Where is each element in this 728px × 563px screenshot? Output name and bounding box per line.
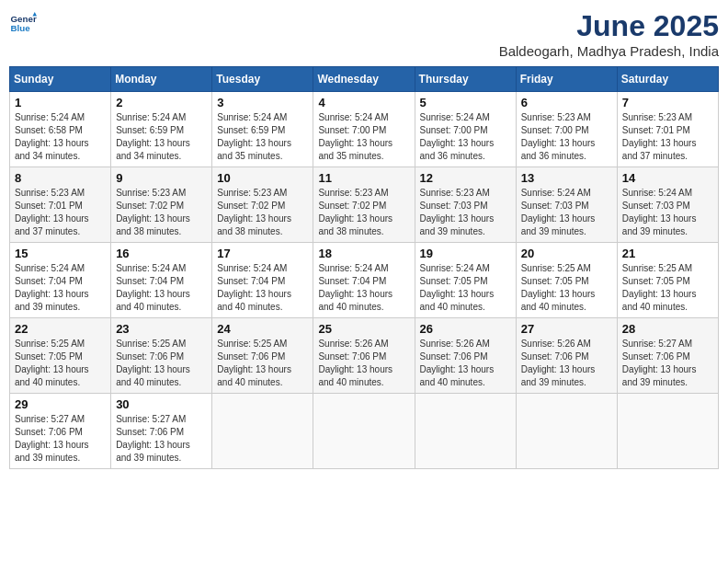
day-number: 14 <box>622 171 713 185</box>
calendar-cell: 19 Sunrise: 5:24 AMSunset: 7:05 PMDaylig… <box>415 243 516 318</box>
day-detail: Sunrise: 5:25 AMSunset: 7:06 PMDaylight:… <box>217 338 308 389</box>
day-detail: Sunrise: 5:23 AMSunset: 7:02 PMDaylight:… <box>318 187 409 238</box>
col-thursday: Thursday <box>415 67 516 92</box>
day-detail: Sunrise: 5:27 AMSunset: 7:06 PMDaylight:… <box>622 338 713 389</box>
calendar-cell: 21 Sunrise: 5:25 AMSunset: 7:05 PMDaylig… <box>617 243 718 318</box>
day-number: 26 <box>420 322 511 336</box>
calendar-cell: 25 Sunrise: 5:26 AMSunset: 7:06 PMDaylig… <box>313 318 415 394</box>
calendar-cell: 15 Sunrise: 5:24 AMSunset: 7:04 PMDaylig… <box>10 243 111 318</box>
day-detail: Sunrise: 5:24 AMSunset: 7:04 PMDaylight:… <box>116 262 207 314</box>
day-number: 4 <box>318 96 409 109</box>
day-number: 23 <box>116 322 207 336</box>
day-detail: Sunrise: 5:24 AMSunset: 7:03 PMDaylight:… <box>521 187 612 238</box>
day-detail: Sunrise: 5:23 AMSunset: 7:02 PMDaylight:… <box>116 187 207 238</box>
day-number: 7 <box>622 96 713 109</box>
calendar-cell: 17 Sunrise: 5:24 AMSunset: 7:04 PMDaylig… <box>212 243 313 318</box>
day-detail: Sunrise: 5:23 AMSunset: 7:01 PMDaylight:… <box>622 111 713 163</box>
day-number: 1 <box>15 96 106 109</box>
logo: General Blue <box>9 9 37 37</box>
day-number: 22 <box>15 322 106 336</box>
location-title: Baldeogarh, Madhya Pradesh, India <box>499 43 719 59</box>
day-detail: Sunrise: 5:23 AMSunset: 7:02 PMDaylight:… <box>217 187 308 238</box>
calendar-table: Sunday Monday Tuesday Wednesday Thursday… <box>9 66 719 469</box>
week-row-5: 29 Sunrise: 5:27 AMSunset: 7:06 PMDaylig… <box>10 394 719 469</box>
day-number: 27 <box>521 322 612 336</box>
svg-text:General: General <box>11 14 38 24</box>
calendar-cell: 30 Sunrise: 5:27 AMSunset: 7:06 PMDaylig… <box>111 394 212 469</box>
calendar-cell: 20 Sunrise: 5:25 AMSunset: 7:05 PMDaylig… <box>516 243 617 318</box>
day-number: 2 <box>116 96 207 109</box>
calendar-cell <box>617 394 718 469</box>
svg-text:Blue: Blue <box>11 23 31 33</box>
col-friday: Friday <box>516 67 617 92</box>
day-detail: Sunrise: 5:24 AMSunset: 7:03 PMDaylight:… <box>622 187 713 238</box>
day-detail: Sunrise: 5:24 AMSunset: 6:59 PMDaylight:… <box>217 111 308 163</box>
day-number: 5 <box>420 96 511 109</box>
day-detail: Sunrise: 5:26 AMSunset: 7:06 PMDaylight:… <box>521 338 612 389</box>
col-sunday: Sunday <box>10 67 111 92</box>
calendar-cell: 16 Sunrise: 5:24 AMSunset: 7:04 PMDaylig… <box>111 243 212 318</box>
day-number: 18 <box>318 247 409 260</box>
calendar-cell: 3 Sunrise: 5:24 AMSunset: 6:59 PMDayligh… <box>212 92 313 167</box>
logo-icon: General Blue <box>9 9 37 37</box>
day-detail: Sunrise: 5:24 AMSunset: 7:05 PMDaylight:… <box>420 262 511 314</box>
day-detail: Sunrise: 5:25 AMSunset: 7:05 PMDaylight:… <box>521 262 612 314</box>
day-number: 15 <box>15 247 106 260</box>
day-number: 28 <box>622 322 713 336</box>
calendar-cell: 12 Sunrise: 5:23 AMSunset: 7:03 PMDaylig… <box>415 167 516 243</box>
day-number: 16 <box>116 247 207 260</box>
day-detail: Sunrise: 5:27 AMSunset: 7:06 PMDaylight:… <box>15 413 106 465</box>
calendar-cell: 6 Sunrise: 5:23 AMSunset: 7:00 PMDayligh… <box>516 92 617 167</box>
day-number: 3 <box>217 96 308 109</box>
day-number: 12 <box>420 171 511 185</box>
calendar-cell: 28 Sunrise: 5:27 AMSunset: 7:06 PMDaylig… <box>617 318 718 394</box>
calendar-cell: 11 Sunrise: 5:23 AMSunset: 7:02 PMDaylig… <box>313 167 415 243</box>
day-detail: Sunrise: 5:23 AMSunset: 7:01 PMDaylight:… <box>15 187 106 238</box>
day-detail: Sunrise: 5:23 AMSunset: 7:00 PMDaylight:… <box>521 111 612 163</box>
calendar-cell <box>516 394 617 469</box>
day-number: 29 <box>15 397 106 411</box>
day-number: 6 <box>521 96 612 109</box>
day-number: 19 <box>420 247 511 260</box>
day-number: 9 <box>116 171 207 185</box>
col-tuesday: Tuesday <box>212 67 313 92</box>
calendar-cell: 14 Sunrise: 5:24 AMSunset: 7:03 PMDaylig… <box>617 167 718 243</box>
col-wednesday: Wednesday <box>313 67 415 92</box>
calendar-cell: 26 Sunrise: 5:26 AMSunset: 7:06 PMDaylig… <box>415 318 516 394</box>
calendar-cell: 13 Sunrise: 5:24 AMSunset: 7:03 PMDaylig… <box>516 167 617 243</box>
day-detail: Sunrise: 5:25 AMSunset: 7:05 PMDaylight:… <box>15 338 106 389</box>
day-detail: Sunrise: 5:24 AMSunset: 6:58 PMDaylight:… <box>15 111 106 163</box>
col-monday: Monday <box>111 67 212 92</box>
col-saturday: Saturday <box>617 67 718 92</box>
calendar-cell <box>313 394 415 469</box>
day-detail: Sunrise: 5:26 AMSunset: 7:06 PMDaylight:… <box>420 338 511 389</box>
calendar-cell: 1 Sunrise: 5:24 AMSunset: 6:58 PMDayligh… <box>10 92 111 167</box>
day-number: 21 <box>622 247 713 260</box>
day-detail: Sunrise: 5:25 AMSunset: 7:05 PMDaylight:… <box>622 262 713 314</box>
calendar-cell: 5 Sunrise: 5:24 AMSunset: 7:00 PMDayligh… <box>415 92 516 167</box>
calendar-cell: 4 Sunrise: 5:24 AMSunset: 7:00 PMDayligh… <box>313 92 415 167</box>
day-detail: Sunrise: 5:27 AMSunset: 7:06 PMDaylight:… <box>116 413 207 465</box>
header-row: Sunday Monday Tuesday Wednesday Thursday… <box>10 67 719 92</box>
day-detail: Sunrise: 5:26 AMSunset: 7:06 PMDaylight:… <box>318 338 409 389</box>
calendar-cell: 22 Sunrise: 5:25 AMSunset: 7:05 PMDaylig… <box>10 318 111 394</box>
week-row-3: 15 Sunrise: 5:24 AMSunset: 7:04 PMDaylig… <box>10 243 719 318</box>
calendar-cell: 8 Sunrise: 5:23 AMSunset: 7:01 PMDayligh… <box>10 167 111 243</box>
day-detail: Sunrise: 5:24 AMSunset: 7:04 PMDaylight:… <box>15 262 106 314</box>
calendar-cell: 10 Sunrise: 5:23 AMSunset: 7:02 PMDaylig… <box>212 167 313 243</box>
day-number: 17 <box>217 247 308 260</box>
page-header: General Blue June 2025 Baldeogarh, Madhy… <box>9 9 719 59</box>
week-row-4: 22 Sunrise: 5:25 AMSunset: 7:05 PMDaylig… <box>10 318 719 394</box>
calendar-cell: 2 Sunrise: 5:24 AMSunset: 6:59 PMDayligh… <box>111 92 212 167</box>
day-detail: Sunrise: 5:24 AMSunset: 7:04 PMDaylight:… <box>217 262 308 314</box>
calendar-cell <box>415 394 516 469</box>
title-area: June 2025 Baldeogarh, Madhya Pradesh, In… <box>499 9 719 59</box>
day-detail: Sunrise: 5:24 AMSunset: 7:00 PMDaylight:… <box>420 111 511 163</box>
day-number: 13 <box>521 171 612 185</box>
day-number: 8 <box>15 171 106 185</box>
calendar-cell: 9 Sunrise: 5:23 AMSunset: 7:02 PMDayligh… <box>111 167 212 243</box>
calendar-cell: 27 Sunrise: 5:26 AMSunset: 7:06 PMDaylig… <box>516 318 617 394</box>
day-detail: Sunrise: 5:24 AMSunset: 7:04 PMDaylight:… <box>318 262 409 314</box>
calendar-cell: 29 Sunrise: 5:27 AMSunset: 7:06 PMDaylig… <box>10 394 111 469</box>
day-detail: Sunrise: 5:23 AMSunset: 7:03 PMDaylight:… <box>420 187 511 238</box>
